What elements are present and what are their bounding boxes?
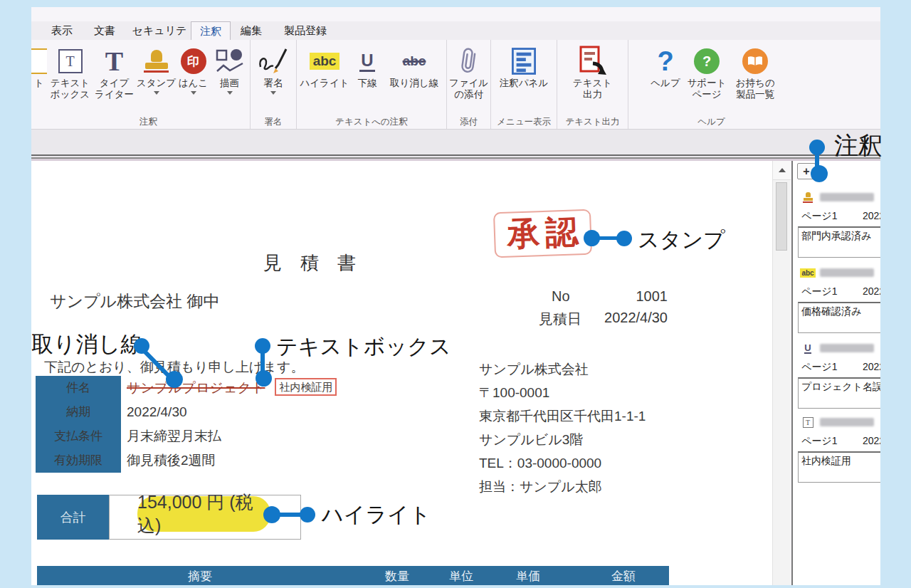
callout-label-stamp: スタンプ <box>638 226 725 255</box>
annotation-panel: + ページ1 2022/ 部門内承認済み abc ページ1 2022/ 価格確認… <box>791 161 880 585</box>
annotation-comment[interactable]: 社内検証用 <box>798 451 880 483</box>
delivery-value: 2022/4/30 <box>127 400 187 424</box>
ribbon-group-text-annotation: abc ハイライト U 下線 abc 取り消し線 テキストへの注釈 <box>297 40 447 129</box>
annotation-date: 2022/ <box>863 361 880 372</box>
info-label: 支払条件 <box>36 424 121 448</box>
supplier-line: TEL：03-0000-0000 <box>479 451 646 475</box>
callout-dot <box>584 230 600 246</box>
highlight-button[interactable]: abc ハイライト <box>298 44 351 90</box>
annotation-comment[interactable]: 部門内承認済み <box>798 226 880 258</box>
annotation-comment[interactable]: プロジェクト名誤り <box>798 377 880 409</box>
col-header: 摘要 <box>188 568 212 584</box>
tab-product-registration[interactable]: 製品登録 <box>279 21 332 40</box>
product-book-icon <box>742 48 768 74</box>
callout-dot <box>300 507 315 523</box>
subject-value: サンプルプロジェクト社内検証用 <box>127 376 337 400</box>
annotation-list-item[interactable]: ページ1 2022/ 部門内承認済み <box>800 191 880 262</box>
dropdown-arrow-icon <box>154 91 159 95</box>
strikethrough-button[interactable]: abc 取り消し線 <box>384 44 445 90</box>
attach-file-button[interactable]: ファイル の添付 <box>448 44 490 101</box>
supplier-line: 担当：サンプル太郎 <box>479 475 646 498</box>
support-question-icon: ? <box>694 48 720 74</box>
callout-dot <box>166 371 183 388</box>
callout-dot <box>134 338 149 354</box>
typewriter-button[interactable]: T タイプ ライター <box>93 44 137 101</box>
scroll-up-button[interactable] <box>773 161 791 180</box>
textbox-button[interactable]: T テキスト ボックス <box>48 44 93 101</box>
callout-dot <box>811 165 828 182</box>
screenshot-root: { "window": { "clipped_tab_fragment": "ゝ… <box>0 0 911 588</box>
annotation-list-item[interactable]: U ページ1 2022/ プロジェクト名誤り <box>800 342 880 413</box>
tab-annotation[interactable]: 注釈 <box>191 21 231 40</box>
tab-document[interactable]: 文書 <box>88 21 121 40</box>
annotation-list-item[interactable]: abc ページ1 2022/ 価格確認済み <box>800 266 880 337</box>
vertical-scrollbar[interactable] <box>772 161 791 585</box>
note-icon-partial <box>31 45 47 78</box>
annotation-comment[interactable]: 価格確認済み <box>798 302 880 333</box>
col-header: 単価 <box>516 568 540 584</box>
tab-fragment[interactable]: ゝ <box>28 21 38 40</box>
info-label: 件名 <box>36 376 121 400</box>
annotation-page: ページ1 <box>801 361 837 374</box>
hanko-icon: 印 <box>181 48 206 74</box>
app-window: ゝ 表示 文書 セキュリティ 注釈 編集 製品登録 ト T テキスト ボックス … <box>31 7 880 585</box>
redacted-author <box>820 344 874 352</box>
no-value: 1001 <box>594 288 668 305</box>
paperclip-icon <box>458 46 480 77</box>
callout-dot <box>616 231 632 246</box>
ribbon-group-attachment: ファイル の添付 添付 <box>447 40 491 129</box>
callout-label-annotation: 注釈 <box>834 130 883 162</box>
annotation-panel-button[interactable]: 注釈パネル <box>493 44 554 90</box>
textbox-icon: T <box>801 416 814 429</box>
strikethrough-icon: abc <box>403 53 426 69</box>
recipient: サンプル株式会社 御中 <box>50 290 220 313</box>
help-button[interactable]: ? ヘルプ <box>647 44 684 90</box>
info-label: 納期 <box>36 400 121 424</box>
underline-icon: U <box>801 342 814 355</box>
scroll-up-icon <box>779 168 786 172</box>
annotation-page: ページ1 <box>801 285 837 298</box>
ribbon-group-help: ? ヘルプ ? サポート ページ <box>628 40 794 129</box>
signature-button[interactable]: 署名 <box>253 44 294 95</box>
col-header: 金額 <box>611 568 636 584</box>
supplier-line: 東京都千代田区千代田1-1-1 <box>479 404 646 428</box>
annotation-list-item[interactable]: T ページ1 2022/ 社内検証用 <box>800 416 880 487</box>
help-question-icon: ? <box>657 47 673 75</box>
underline-icon: U <box>359 51 374 72</box>
ribbon-group-annotation: T テキスト ボックス T タイプ ライター スタンプ 印 はんこ <box>47 40 251 129</box>
textbox-annotation[interactable]: 社内検証用 <box>275 378 337 396</box>
textbox-icon: T <box>58 49 83 73</box>
stamp-icon <box>144 50 169 73</box>
tab-security[interactable]: セキュリティ <box>131 21 188 40</box>
tab-edit[interactable]: 編集 <box>235 21 268 40</box>
ribbon-group-text-output: テキスト 出力 テキスト出力 <box>557 40 628 129</box>
ribbon: ト T テキスト ボックス T タイプ ライター スタンプ <box>31 40 880 130</box>
draw-button[interactable]: 描画 <box>211 44 249 95</box>
stamp-icon <box>801 191 814 204</box>
support-page-button[interactable]: ? サポート ページ <box>684 44 730 101</box>
text-output-icon <box>577 46 609 77</box>
hanko-button[interactable]: 印 はんこ <box>177 44 211 95</box>
dropdown-arrow-icon <box>270 91 276 95</box>
annotation-date: 2022/ <box>863 285 880 297</box>
clipped-ribbon-button[interactable]: ト <box>31 44 47 90</box>
estimate-date-value: 2022/4/30 <box>594 310 668 326</box>
stamp-button[interactable]: スタンプ <box>137 44 177 95</box>
scrollbar-thumb[interactable] <box>776 182 787 251</box>
strikethrough-annotation[interactable]: サンプルプロジェクト <box>127 380 265 395</box>
items-header-bar: 摘要 数量 単位 単価 金額 <box>37 566 669 585</box>
col-header: 単位 <box>449 568 473 584</box>
annotation-date: 2022/ <box>863 435 880 446</box>
highlight-annotation[interactable]: 154,000 円 (税込) <box>137 496 270 532</box>
total-label-cell: 合計 <box>37 495 109 540</box>
supplier-line: サンプル株式会社 <box>479 357 646 381</box>
approval-stamp-annotation[interactable]: 承認 <box>493 209 592 258</box>
payment-value: 月末締翌月末払 <box>127 424 221 448</box>
underline-button[interactable]: U 下線 <box>351 44 384 90</box>
callout-dot <box>255 338 270 354</box>
ribbon-group-signature: 署名 署名 <box>251 40 297 129</box>
owned-products-button[interactable]: お持ちの 製品一覧 <box>730 44 781 101</box>
dropdown-arrow-icon <box>191 91 196 95</box>
tab-view[interactable]: 表示 <box>46 21 78 40</box>
text-output-button[interactable]: テキスト 出力 <box>564 44 621 101</box>
